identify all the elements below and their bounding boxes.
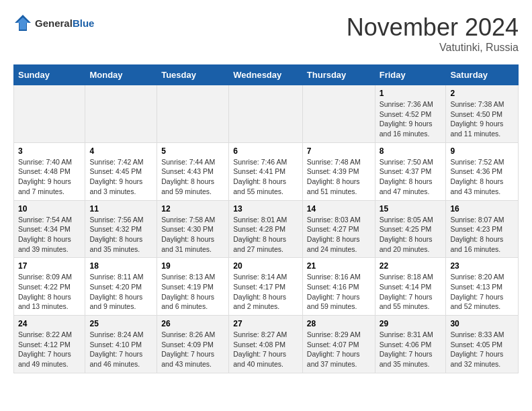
day-info: Sunrise: 8:16 AM Sunset: 4:16 PM Dayligh… [307,272,371,312]
weekday-header-thursday: Thursday [302,65,375,85]
weekday-header-friday: Friday [375,65,446,85]
day-info: Sunrise: 8:18 AM Sunset: 4:14 PM Dayligh… [380,272,442,312]
calendar-day: 26Sunrise: 8:26 AM Sunset: 4:09 PM Dayli… [157,316,229,373]
day-number: 14 [307,204,371,214]
calendar-day [157,85,229,143]
calendar-day: 14Sunrise: 8:03 AM Sunset: 4:27 PM Dayli… [302,200,375,258]
day-number: 1 [380,89,442,98]
calendar-day: 24Sunrise: 8:22 AM Sunset: 4:12 PM Dayli… [14,316,85,373]
day-info: Sunrise: 8:24 AM Sunset: 4:10 PM Dayligh… [89,330,152,369]
day-info: Sunrise: 8:29 AM Sunset: 4:07 PM Dayligh… [307,330,371,369]
calendar-day: 15Sunrise: 8:05 AM Sunset: 4:25 PM Dayli… [375,200,446,258]
day-info: Sunrise: 7:58 AM Sunset: 4:30 PM Dayligh… [161,215,224,255]
day-info: Sunrise: 7:38 AM Sunset: 4:50 PM Dayligh… [450,99,514,139]
calendar-day [14,85,85,143]
day-number: 24 [18,319,81,328]
calendar-day: 28Sunrise: 8:29 AM Sunset: 4:07 PM Dayli… [302,316,375,373]
day-number: 29 [380,319,442,328]
calendar-day [302,85,375,143]
calendar-day: 1Sunrise: 7:36 AM Sunset: 4:52 PM Daylig… [375,85,446,143]
calendar-day: 25Sunrise: 8:24 AM Sunset: 4:10 PM Dayli… [85,316,157,373]
calendar-day: 27Sunrise: 8:27 AM Sunset: 4:08 PM Dayli… [229,316,303,373]
day-number: 9 [450,146,514,156]
calendar-day: 9Sunrise: 7:52 AM Sunset: 4:36 PM Daylig… [446,142,519,200]
day-info: Sunrise: 7:54 AM Sunset: 4:34 PM Dayligh… [18,215,81,255]
calendar-table: SundayMondayTuesdayWednesdayThursdayFrid… [13,64,519,373]
calendar-day [85,85,157,143]
day-info: Sunrise: 7:48 AM Sunset: 4:39 PM Dayligh… [307,157,371,197]
day-number: 8 [380,146,442,156]
logo-general: General [35,17,73,29]
page-header: GeneralBlue November 2024 Vatutinki, Rus… [13,13,519,54]
day-info: Sunrise: 8:03 AM Sunset: 4:27 PM Dayligh… [307,215,371,255]
day-info: Sunrise: 7:36 AM Sunset: 4:52 PM Dayligh… [380,99,442,139]
day-number: 10 [18,204,81,214]
day-info: Sunrise: 8:11 AM Sunset: 4:20 PM Dayligh… [89,272,152,312]
calendar-day: 2Sunrise: 7:38 AM Sunset: 4:50 PM Daylig… [446,85,519,143]
weekday-header-tuesday: Tuesday [157,65,229,85]
calendar-day: 10Sunrise: 7:54 AM Sunset: 4:34 PM Dayli… [14,200,85,258]
day-number: 18 [89,261,152,271]
logo-icon [13,13,32,32]
logo-blue: Blue [73,17,95,29]
day-number: 19 [161,261,224,271]
calendar-day: 29Sunrise: 8:31 AM Sunset: 4:06 PM Dayli… [375,316,446,373]
weekday-header-saturday: Saturday [446,65,519,85]
day-info: Sunrise: 8:13 AM Sunset: 4:19 PM Dayligh… [161,272,224,312]
day-number: 22 [380,261,442,271]
day-info: Sunrise: 7:56 AM Sunset: 4:32 PM Dayligh… [89,215,152,255]
day-number: 2 [450,89,514,98]
day-number: 20 [233,261,298,271]
day-number: 4 [89,146,152,156]
day-info: Sunrise: 7:52 AM Sunset: 4:36 PM Dayligh… [450,157,514,197]
day-info: Sunrise: 8:20 AM Sunset: 4:13 PM Dayligh… [450,272,514,312]
day-info: Sunrise: 7:40 AM Sunset: 4:48 PM Dayligh… [18,157,81,197]
day-info: Sunrise: 8:22 AM Sunset: 4:12 PM Dayligh… [18,330,81,369]
day-info: Sunrise: 8:09 AM Sunset: 4:22 PM Dayligh… [18,272,81,312]
day-number: 6 [233,146,298,156]
calendar-day: 13Sunrise: 8:01 AM Sunset: 4:28 PM Dayli… [229,200,303,258]
day-info: Sunrise: 7:46 AM Sunset: 4:41 PM Dayligh… [233,157,298,197]
calendar-day: 4Sunrise: 7:42 AM Sunset: 4:45 PM Daylig… [85,142,157,200]
calendar-week-1: 1Sunrise: 7:36 AM Sunset: 4:52 PM Daylig… [14,85,519,143]
calendar-week-4: 17Sunrise: 8:09 AM Sunset: 4:22 PM Dayli… [14,258,519,316]
day-number: 27 [233,319,298,328]
day-info: Sunrise: 8:07 AM Sunset: 4:23 PM Dayligh… [450,215,514,255]
day-info: Sunrise: 8:27 AM Sunset: 4:08 PM Dayligh… [233,330,298,369]
calendar-day: 20Sunrise: 8:14 AM Sunset: 4:17 PM Dayli… [229,258,303,316]
calendar-day: 22Sunrise: 8:18 AM Sunset: 4:14 PM Dayli… [375,258,446,316]
day-number: 3 [18,146,81,156]
day-number: 21 [307,261,371,271]
weekday-header-sunday: Sunday [14,65,85,85]
day-info: Sunrise: 8:01 AM Sunset: 4:28 PM Dayligh… [233,215,298,255]
calendar-day: 12Sunrise: 7:58 AM Sunset: 4:30 PM Dayli… [157,200,229,258]
day-info: Sunrise: 8:33 AM Sunset: 4:05 PM Dayligh… [450,330,514,369]
weekday-header-monday: Monday [85,65,157,85]
day-info: Sunrise: 7:50 AM Sunset: 4:37 PM Dayligh… [380,157,442,197]
day-info: Sunrise: 8:26 AM Sunset: 4:09 PM Dayligh… [161,330,224,369]
title-block: November 2024 Vatutinki, Russia [347,13,519,54]
day-info: Sunrise: 7:42 AM Sunset: 4:45 PM Dayligh… [89,157,152,197]
day-number: 7 [307,146,371,156]
logo: GeneralBlue [13,13,94,32]
day-number: 23 [450,261,514,271]
day-number: 26 [161,319,224,328]
day-number: 5 [161,146,224,156]
day-number: 17 [18,261,81,271]
calendar-day: 30Sunrise: 8:33 AM Sunset: 4:05 PM Dayli… [446,316,519,373]
day-number: 13 [233,204,298,214]
calendar-day: 11Sunrise: 7:56 AM Sunset: 4:32 PM Dayli… [85,200,157,258]
location-subtitle: Vatutinki, Russia [347,42,519,54]
weekday-header-wednesday: Wednesday [229,65,303,85]
day-number: 16 [450,204,514,214]
calendar-day: 6Sunrise: 7:46 AM Sunset: 4:41 PM Daylig… [229,142,303,200]
calendar-week-2: 3Sunrise: 7:40 AM Sunset: 4:48 PM Daylig… [14,142,519,200]
day-number: 12 [161,204,224,214]
day-number: 25 [89,319,152,328]
day-info: Sunrise: 8:31 AM Sunset: 4:06 PM Dayligh… [380,330,442,369]
calendar-day [229,85,303,143]
day-info: Sunrise: 7:44 AM Sunset: 4:43 PM Dayligh… [161,157,224,197]
logo-text: GeneralBlue [35,17,94,29]
calendar-day: 3Sunrise: 7:40 AM Sunset: 4:48 PM Daylig… [14,142,85,200]
calendar-day: 7Sunrise: 7:48 AM Sunset: 4:39 PM Daylig… [302,142,375,200]
